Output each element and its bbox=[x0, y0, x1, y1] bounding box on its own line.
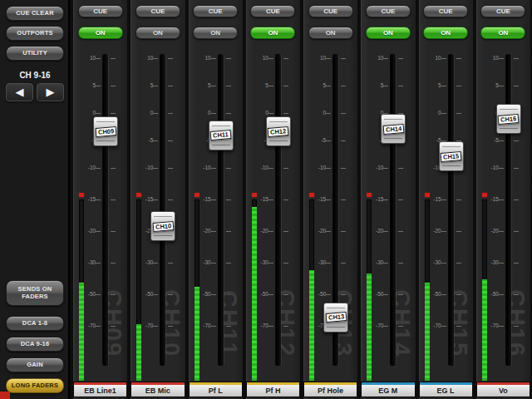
fader-cap[interactable]: CH12 bbox=[266, 116, 291, 146]
fader-slot[interactable] bbox=[103, 54, 108, 366]
fader-cap-label: CH15 bbox=[441, 150, 462, 161]
scale-tick-mark bbox=[268, 113, 273, 114]
channel-name[interactable]: EG M bbox=[362, 382, 414, 397]
scale-tick-mark bbox=[111, 263, 116, 264]
scale-tick: 10 bbox=[303, 58, 357, 59]
scale-tick-mark bbox=[153, 113, 158, 114]
scale-tick-mark bbox=[326, 113, 331, 114]
scale-tick: 0 bbox=[131, 113, 185, 114]
gain-button[interactable]: GAIN bbox=[6, 357, 64, 372]
level-meter bbox=[367, 200, 372, 381]
scale-tick-mark bbox=[514, 140, 519, 141]
scale-tick-mark bbox=[211, 200, 216, 200]
mixer-app: CUE CLEAR OUTPORTS UTILITY CH 9-16 ◀ ▶ S… bbox=[0, 0, 532, 399]
scale-tick-mark bbox=[283, 200, 288, 200]
channel-name[interactable]: EB Line1 bbox=[74, 382, 126, 397]
scale-tick-label: -10 bbox=[376, 165, 383, 170]
scale-tick-mark bbox=[268, 263, 273, 264]
on-button[interactable]: ON bbox=[193, 27, 238, 39]
level-meter-fill bbox=[136, 324, 141, 381]
cue-button[interactable]: CUE bbox=[308, 5, 353, 17]
peak-indicator bbox=[367, 193, 372, 197]
scale-tick-label: -15 bbox=[491, 196, 499, 202]
scale-tick-mark bbox=[226, 263, 231, 264]
scale-tick-mark bbox=[268, 86, 273, 86]
fader-slot[interactable] bbox=[391, 54, 396, 366]
scale-tick-mark bbox=[341, 113, 346, 114]
scale-tick-mark bbox=[514, 86, 519, 86]
scale-tick-label: 10 bbox=[204, 55, 210, 61]
fader-cap[interactable]: CH16 bbox=[496, 104, 521, 134]
fader-cap[interactable]: CH09 bbox=[93, 116, 118, 146]
scale-tick-mark bbox=[168, 140, 173, 141]
scale-tick-label: 10 bbox=[493, 55, 499, 61]
fader-slot[interactable] bbox=[449, 54, 454, 366]
cue-button[interactable]: CUE bbox=[78, 5, 123, 17]
scale-tick-mark bbox=[398, 58, 403, 59]
channel-name[interactable]: Pf H bbox=[247, 382, 299, 397]
scale-tick-mark bbox=[153, 200, 158, 200]
fader-cap-label: CH09 bbox=[95, 126, 116, 136]
on-button[interactable]: ON bbox=[480, 27, 525, 39]
scale-tick-mark bbox=[168, 58, 173, 59]
cue-button[interactable]: CUE bbox=[423, 5, 468, 17]
channel-name[interactable]: EG L bbox=[420, 382, 472, 397]
outports-button[interactable]: OUTPORTS bbox=[6, 26, 64, 41]
scale-tick-label: -15 bbox=[261, 196, 268, 202]
scale-tick-mark bbox=[111, 113, 116, 114]
fader-slot[interactable] bbox=[506, 54, 511, 366]
cue-button[interactable]: CUE bbox=[135, 5, 180, 17]
fader-cap[interactable]: CH15 bbox=[439, 141, 464, 171]
utility-button[interactable]: UTILITY bbox=[6, 46, 64, 61]
scale-tick-label: -30 bbox=[491, 259, 499, 265]
cue-button[interactable]: CUE bbox=[193, 5, 238, 17]
cue-button[interactable]: CUE bbox=[366, 5, 411, 17]
fader-cap[interactable]: CH13 bbox=[323, 303, 348, 332]
fader-cap[interactable]: CH14 bbox=[381, 114, 406, 144]
channel-name[interactable]: Pf Hole bbox=[304, 382, 357, 397]
on-button[interactable]: ON bbox=[135, 27, 180, 39]
fader-area: 1050-5-10-15-20-30-50-70 CH10 CH10 bbox=[131, 46, 185, 372]
scale-tick-mark bbox=[153, 58, 158, 59]
layer-prev-button[interactable]: ◀ bbox=[6, 83, 33, 101]
channel-name[interactable]: Pf L bbox=[190, 382, 242, 397]
on-button[interactable]: ON bbox=[250, 27, 295, 39]
scale-tick: 5 bbox=[246, 86, 300, 86]
scale-tick: 10 bbox=[361, 58, 415, 59]
cue-clear-button[interactable]: CUE CLEAR bbox=[6, 6, 64, 21]
scale-tick: -5 bbox=[476, 140, 530, 141]
fader-slot[interactable] bbox=[160, 54, 165, 366]
scale-tick-mark bbox=[268, 168, 273, 169]
on-button[interactable]: ON bbox=[423, 27, 468, 39]
on-button[interactable]: ON bbox=[308, 27, 353, 39]
red-indicator bbox=[0, 392, 10, 399]
scale-tick-label: -70 bbox=[145, 323, 153, 328]
fader-cap[interactable]: CH11 bbox=[209, 121, 234, 150]
cue-button[interactable]: CUE bbox=[250, 5, 295, 17]
scale-tick: 10 bbox=[131, 58, 185, 59]
fader-slot[interactable] bbox=[219, 54, 224, 366]
channel-name[interactable]: Vo bbox=[477, 382, 530, 397]
fader-cap[interactable]: CH10 bbox=[150, 211, 175, 241]
fader-slot[interactable] bbox=[276, 54, 281, 366]
sends-on-faders-button[interactable]: SENDS ON FADERS bbox=[6, 280, 64, 306]
fader-area: 1050-5-10-15-20-30-50-70 CH16 CH16 bbox=[476, 46, 530, 372]
dca-9-16-button[interactable]: DCA 9-16 bbox=[6, 337, 64, 352]
dca-1-8-button[interactable]: DCA 1-8 bbox=[6, 316, 64, 331]
layer-label: CH 9-16 bbox=[0, 71, 70, 80]
scale-tick-mark bbox=[283, 231, 288, 232]
scale-tick-mark bbox=[226, 168, 231, 169]
on-button[interactable]: ON bbox=[78, 27, 123, 39]
scale-tick-mark bbox=[168, 113, 173, 114]
channel-name-label: Pf L bbox=[209, 387, 223, 395]
scale-tick-mark bbox=[211, 231, 216, 232]
level-meter-fill bbox=[367, 273, 372, 381]
channel-name[interactable]: EB Mic bbox=[131, 382, 184, 397]
scale-tick: 10 bbox=[476, 58, 530, 59]
scale-tick-mark bbox=[441, 113, 446, 114]
layer-next-button[interactable]: ▶ bbox=[37, 83, 64, 101]
cue-button[interactable]: CUE bbox=[480, 5, 525, 17]
scale-tick-mark bbox=[211, 263, 216, 264]
long-faders-button[interactable]: LONG FADERS bbox=[6, 378, 64, 393]
on-button[interactable]: ON bbox=[366, 27, 411, 39]
